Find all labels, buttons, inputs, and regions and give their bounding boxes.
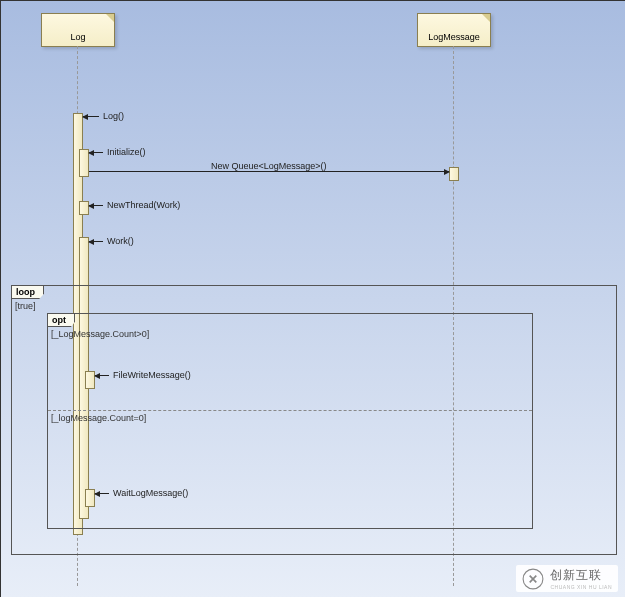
sequence-diagram: Log LogMessage Log() Initialize() New Qu… bbox=[0, 0, 625, 597]
lifeline-head-logmessage: LogMessage bbox=[417, 13, 491, 47]
message-label: NewThread(Work) bbox=[107, 200, 180, 210]
arrow bbox=[89, 152, 103, 153]
message-label: Work() bbox=[107, 236, 134, 246]
guard-label: [_LogMessage.Count>0] bbox=[51, 329, 149, 339]
watermark-text: 创新互联 bbox=[550, 568, 602, 582]
message-label: Log() bbox=[103, 111, 124, 121]
arrow bbox=[89, 171, 449, 172]
activation-bar bbox=[449, 167, 459, 181]
lifeline-label: LogMessage bbox=[418, 32, 490, 42]
alt-divider bbox=[48, 410, 532, 411]
guard-label: [true] bbox=[15, 301, 36, 311]
lifeline-label: Log bbox=[42, 32, 114, 42]
arrow bbox=[83, 116, 99, 117]
arrow bbox=[89, 205, 103, 206]
logo-icon bbox=[522, 568, 544, 590]
watermark-subtext: CHUANG XIN HU LIAN bbox=[550, 584, 612, 590]
message-label: New Queue<LogMessage>() bbox=[211, 161, 327, 171]
guard-label: [_logMessage.Count=0] bbox=[51, 413, 146, 423]
watermark: 创新互联 CHUANG XIN HU LIAN bbox=[516, 565, 618, 592]
frame-tag: loop bbox=[12, 286, 44, 299]
arrow bbox=[89, 241, 103, 242]
lifeline-head-log: Log bbox=[41, 13, 115, 47]
message-label: Initialize() bbox=[107, 147, 146, 157]
frame-tag: opt bbox=[48, 314, 75, 327]
